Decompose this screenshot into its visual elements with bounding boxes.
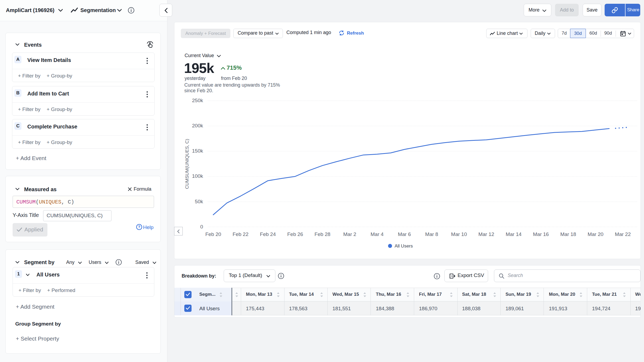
svg-text:Mar 10: Mar 10: [451, 231, 467, 237]
svg-text:Mar 2: Mar 2: [343, 231, 356, 237]
svg-text:CUMSUM(UNIQUES, C): CUMSUM(UNIQUES, C): [185, 139, 190, 189]
svg-text:Mar 8: Mar 8: [425, 231, 438, 237]
svg-text:150k: 150k: [192, 148, 203, 154]
svg-text:Mar 14: Mar 14: [506, 231, 522, 237]
svg-text:Mar 16: Mar 16: [533, 231, 549, 237]
svg-text:Feb 22: Feb 22: [233, 231, 248, 237]
svg-text:?: ?: [138, 225, 140, 229]
svg-text:250k: 250k: [192, 98, 203, 103]
svg-text:Mar 4: Mar 4: [370, 231, 384, 237]
svg-text:Mar 18: Mar 18: [560, 231, 576, 237]
svg-text:Mar 22: Mar 22: [615, 231, 631, 237]
svg-text:Feb 28: Feb 28: [314, 231, 330, 237]
svg-text:Mar 6: Mar 6: [398, 231, 411, 237]
svg-text:100k: 100k: [192, 173, 203, 179]
svg-text:Mar 12: Mar 12: [478, 231, 494, 237]
svg-text:200k: 200k: [192, 123, 203, 128]
svg-text:Mar 20: Mar 20: [587, 231, 603, 237]
svg-text:50k: 50k: [195, 199, 203, 204]
svg-text:Feb 20: Feb 20: [205, 231, 221, 237]
svg-text:Feb 24: Feb 24: [260, 231, 276, 237]
svg-text:0: 0: [200, 224, 203, 230]
svg-text:Feb 26: Feb 26: [287, 231, 303, 237]
